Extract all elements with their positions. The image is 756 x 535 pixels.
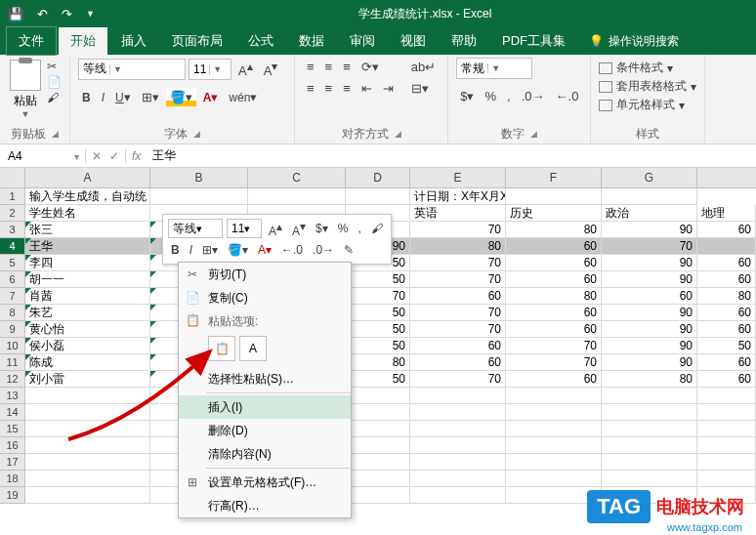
number-format-combo[interactable]: 常规▼ (456, 58, 532, 79)
conditional-format-button[interactable]: 条件格式▾ (599, 60, 696, 76)
tab-data[interactable]: 数据 (287, 27, 336, 55)
dec-decimal-icon[interactable]: ←.0 (552, 87, 583, 105)
orientation-icon[interactable]: ⟳▾ (357, 58, 383, 76)
mini-percent-icon[interactable]: % (335, 221, 352, 236)
border-button[interactable]: ⊞▾ (138, 88, 163, 106)
cell-styles-button[interactable]: 单元格样式▾ (599, 97, 696, 113)
ctx-cut[interactable]: ✂剪切(T) (179, 263, 351, 286)
tell-me[interactable]: 💡 操作说明搜索 (589, 33, 679, 50)
fill-color-button[interactable]: 🪣▾ (166, 88, 196, 106)
mini-comma-icon[interactable]: , (355, 221, 363, 236)
mini-currency-icon[interactable]: $▾ (313, 221, 331, 236)
align-middle-icon[interactable]: ≡ (321, 58, 337, 76)
mini-inc-decimal-icon[interactable]: .0→ (310, 242, 337, 258)
row-header[interactable]: 7 (0, 288, 25, 305)
formula-input[interactable]: 王华 (147, 147, 756, 164)
percent-icon[interactable]: % (481, 87, 500, 105)
ctx-copy[interactable]: 📄复制(C) (179, 286, 351, 309)
qat-customize-icon[interactable]: ▼ (82, 7, 99, 21)
row-header[interactable]: 2 (0, 205, 25, 222)
mini-format-painter-icon[interactable]: 🖌 (368, 221, 386, 236)
mini-dec-decimal-icon[interactable]: ←.0 (278, 242, 306, 258)
font-size-combo[interactable]: 11▼ (189, 59, 231, 80)
tab-file[interactable]: 文件 (6, 26, 57, 56)
italic-button[interactable]: I (98, 88, 108, 106)
mini-border-icon[interactable]: ⊞▾ (199, 242, 221, 258)
comma-icon[interactable]: , (503, 87, 515, 105)
cut-icon[interactable]: ✂ (47, 60, 62, 73)
align-left-icon[interactable]: ≡ (303, 79, 318, 98)
align-dialog-icon[interactable]: ◢ (395, 129, 401, 139)
align-top-icon[interactable]: ≡ (303, 58, 318, 76)
row-header[interactable]: 9 (0, 321, 25, 338)
col-header-g[interactable]: G (602, 168, 697, 187)
align-bottom-icon[interactable]: ≡ (339, 58, 355, 76)
mini-inc-font-icon[interactable]: A▴ (266, 219, 285, 239)
mini-dec-font-icon[interactable]: A▾ (289, 219, 309, 239)
inc-decimal-icon[interactable]: .0→ (518, 87, 549, 105)
row-header[interactable]: 8 (0, 305, 25, 321)
ctx-delete[interactable]: 删除(D) (179, 419, 351, 442)
accept-formula-icon[interactable]: ✓ (109, 149, 119, 163)
indent-dec-icon[interactable]: ⇤ (357, 79, 376, 98)
paste-option-default[interactable]: 📋 (208, 336, 235, 361)
font-name-combo[interactable]: 等线▼ (78, 59, 186, 80)
mini-font-color-icon[interactable]: A▾ (255, 242, 274, 258)
format-painter-icon[interactable]: 🖌 (47, 91, 62, 104)
row-header[interactable]: 3 (0, 222, 25, 238)
indent-inc-icon[interactable]: ⇥ (379, 79, 398, 98)
row-header[interactable]: 12 (0, 371, 25, 388)
ctx-insert[interactable]: 插入(I) (179, 395, 351, 419)
row-header[interactable]: 18 (0, 471, 25, 487)
tab-pdf[interactable]: PDF工具集 (490, 27, 577, 55)
tab-layout[interactable]: 页面布局 (160, 27, 234, 55)
ctx-format-cells[interactable]: ⊞设置单元格格式(F)… (179, 471, 351, 494)
row-header[interactable]: 19 (0, 487, 25, 504)
mini-font-combo[interactable]: 等线 ▾ (168, 219, 223, 238)
align-center-icon[interactable]: ≡ (321, 79, 337, 98)
phonetic-button[interactable]: wén▾ (225, 88, 261, 106)
row-header[interactable]: 14 (0, 404, 25, 421)
select-all-corner[interactable] (0, 168, 25, 187)
save-icon[interactable]: 💾 (4, 5, 27, 23)
col-header-d[interactable]: D (346, 168, 410, 187)
mini-format-brush-icon[interactable]: ✎ (341, 242, 357, 258)
row-header[interactable]: 15 (0, 421, 25, 437)
undo-icon[interactable]: ↶ (33, 5, 52, 23)
tab-review[interactable]: 审阅 (338, 27, 387, 55)
row-header[interactable]: 5 (0, 255, 25, 271)
wrap-text-button[interactable]: ab↵ (407, 58, 440, 76)
fx-icon[interactable]: fx (126, 149, 147, 163)
paste-option-values[interactable]: A (239, 336, 267, 361)
underline-button[interactable]: U▾ (111, 88, 135, 106)
decrease-font-icon[interactable]: A▾ (260, 58, 282, 80)
tab-formulas[interactable]: 公式 (236, 27, 285, 55)
row-header[interactable]: 17 (0, 454, 25, 471)
row-header[interactable]: 1 (0, 188, 25, 205)
merge-button[interactable]: ⊟▾ (407, 79, 440, 98)
col-header-e[interactable]: E (410, 168, 506, 187)
col-header-c[interactable]: C (248, 168, 346, 187)
name-box[interactable]: A4 (0, 149, 86, 163)
row-header[interactable]: 16 (0, 437, 25, 454)
row-header[interactable]: 11 (0, 354, 25, 371)
cancel-formula-icon[interactable]: ✕ (92, 149, 102, 163)
font-color-button[interactable]: A▾ (199, 88, 223, 106)
increase-font-icon[interactable]: A▴ (234, 58, 257, 80)
copy-icon[interactable]: 📄 (47, 75, 62, 89)
row-header[interactable]: 10 (0, 338, 25, 354)
col-header-f[interactable]: F (506, 168, 602, 187)
mini-italic-button[interactable]: I (187, 242, 195, 258)
paste-button[interactable]: 粘贴 ▼ (8, 58, 43, 121)
font-dialog-icon[interactable]: ◢ (193, 129, 200, 139)
row-header[interactable]: 6 (0, 271, 25, 288)
clipboard-dialog-icon[interactable]: ◢ (52, 129, 59, 139)
row-header[interactable]: 13 (0, 388, 25, 404)
tab-home[interactable]: 开始 (59, 27, 107, 55)
align-right-icon[interactable]: ≡ (339, 79, 355, 98)
format-table-button[interactable]: 套用表格格式▾ (599, 78, 696, 95)
col-header-a[interactable]: A (25, 168, 150, 187)
ctx-clear[interactable]: 清除内容(N) (179, 442, 351, 466)
mini-size-combo[interactable]: 11 ▾ (227, 219, 262, 238)
bold-button[interactable]: B (78, 88, 95, 106)
